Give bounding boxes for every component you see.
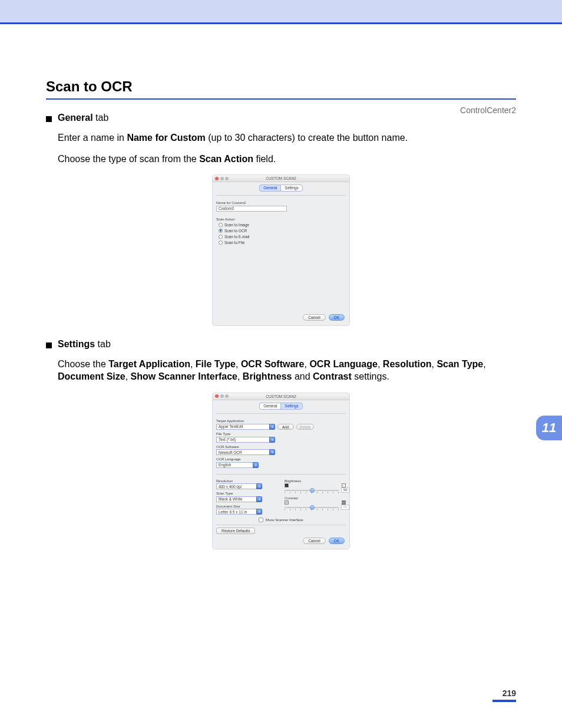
square-bullet-icon xyxy=(46,342,52,348)
tab-settings[interactable]: Settings xyxy=(280,185,303,192)
t: Name for Custom xyxy=(127,133,205,143)
dialog2-tabs: General Settings xyxy=(213,403,349,410)
cancel-button[interactable]: Cancel xyxy=(303,314,325,321)
target-app-label: Target Application xyxy=(216,419,346,423)
t: Choose the xyxy=(58,359,108,369)
minimize-icon[interactable] xyxy=(220,177,224,180)
scan-type-label: Scan Type xyxy=(216,492,277,495)
brightness-value: 50 xyxy=(341,487,349,493)
document-size-select[interactable]: Letter 8.5 x 11 in▾ xyxy=(216,509,262,515)
checkbox-icon xyxy=(259,518,263,522)
t: 400 x 400 dpi xyxy=(219,485,242,489)
resolution-select[interactable]: 400 x 400 dpi▾ xyxy=(216,483,262,489)
chevron-updown-icon: ▾ xyxy=(269,449,275,455)
section-title: Scan to OCR xyxy=(46,78,516,95)
scan-action-label: Scan Action xyxy=(216,218,346,221)
close-icon[interactable] xyxy=(215,177,219,180)
document-size-label: Document Size xyxy=(216,505,277,508)
contrast-slider[interactable]: 50 xyxy=(285,505,339,510)
ocr-language-select[interactable]: English▾ xyxy=(216,462,259,468)
dialog2-titlebar: CUSTOM SCAN2 xyxy=(213,393,349,400)
contrast-label: Contrast xyxy=(285,496,346,500)
t: , xyxy=(125,371,131,381)
radio-scan-to-image[interactable]: Scan to Image xyxy=(219,223,346,227)
t: Show Scanner Interface xyxy=(131,371,237,381)
t: OCR Software xyxy=(241,359,305,369)
t: OCR Language xyxy=(309,359,378,369)
t: Scan to E-mail xyxy=(224,235,249,239)
t: Scan to File xyxy=(224,241,244,245)
t: Newsoft OCR xyxy=(219,450,242,454)
t: Contrast xyxy=(313,371,352,381)
t: Text (*.txt) xyxy=(219,437,236,442)
t: Enter a name in xyxy=(58,133,127,143)
tab-general[interactable]: General xyxy=(259,403,280,410)
scan-type-select[interactable]: Black & White▾ xyxy=(216,496,262,502)
close-icon[interactable] xyxy=(215,394,219,398)
restore-defaults-button[interactable]: Restore Defaults xyxy=(216,528,255,534)
dialog2-panel: Target Application Apple TextEdit▾ Add D… xyxy=(216,413,346,535)
tab-settings[interactable]: Settings xyxy=(280,403,303,410)
dialog2-footer: Cancel OK xyxy=(217,538,345,544)
target-app-select[interactable]: Apple TextEdit▾ xyxy=(216,424,275,430)
minimize-icon[interactable] xyxy=(220,394,224,398)
bullet-general-suffix: tab xyxy=(93,113,109,123)
dialog1-title: CUSTOM SCAN2 xyxy=(266,176,296,180)
show-scanner-label: Show Scanner Interface xyxy=(265,518,303,522)
brightness-slider[interactable]: 50 xyxy=(285,488,339,493)
t: , xyxy=(190,359,196,369)
t: File Type xyxy=(196,359,236,369)
top-bar xyxy=(0,0,562,22)
dialog1-panel: Name for Custom2 Custom2 Scan Action Sca… xyxy=(216,195,346,304)
section-title-rule xyxy=(46,98,516,100)
zoom-icon[interactable] xyxy=(225,177,229,180)
t: Scan to Image xyxy=(224,223,249,227)
radio-icon xyxy=(219,229,223,233)
dialog1-titlebar: CUSTOM SCAN2 xyxy=(213,175,349,182)
ok-button[interactable]: OK xyxy=(329,538,345,544)
brightness-label: Brightness xyxy=(285,479,346,483)
zoom-icon[interactable] xyxy=(225,394,229,398)
show-scanner-row[interactable]: Show Scanner Interface xyxy=(216,518,346,522)
add-button[interactable]: Add xyxy=(277,424,294,430)
name-for-custom-input[interactable]: Custom2 xyxy=(216,206,287,212)
radio-scan-to-email[interactable]: Scan to E-mail xyxy=(219,235,346,239)
header-product: ControlCenter2 xyxy=(460,106,516,115)
radio-scan-to-ocr[interactable]: Scan to OCR xyxy=(219,229,346,233)
chevron-updown-icon: ▾ xyxy=(256,496,262,502)
chevron-updown-icon: ▾ xyxy=(256,509,262,515)
bullet-general-text: General tab xyxy=(58,113,108,123)
chevron-updown-icon: ▾ xyxy=(253,462,259,468)
t: Scan Type xyxy=(437,359,483,369)
bullet-settings: Settings tab xyxy=(46,339,516,350)
square-bullet-icon xyxy=(46,116,52,122)
t: and xyxy=(292,371,313,381)
page-body: ControlCenter2 Scan to OCR General tab E… xyxy=(0,78,562,549)
top-rule xyxy=(0,22,562,24)
dialog1-tabs: General Settings xyxy=(213,185,349,192)
t: Letter 8.5 x 11 in xyxy=(219,510,247,514)
t: , xyxy=(483,359,485,369)
cancel-button[interactable]: Cancel xyxy=(303,538,325,544)
radio-scan-to-file[interactable]: Scan to File xyxy=(219,241,346,245)
bullet-general: General tab xyxy=(46,113,516,123)
t: Scan to OCR xyxy=(224,229,247,233)
bullet-settings-suffix: tab xyxy=(95,339,111,349)
resolution-label: Resolution xyxy=(216,479,277,483)
t: , xyxy=(237,371,243,381)
brightness-high-icon xyxy=(342,483,346,487)
t: settings. xyxy=(352,371,389,381)
delete-button[interactable]: Delete xyxy=(296,424,315,430)
tab-general[interactable]: General xyxy=(259,185,280,192)
ok-button[interactable]: OK xyxy=(329,314,345,321)
file-type-select[interactable]: Text (*.txt)▾ xyxy=(216,437,275,443)
ocr-software-select[interactable]: Newsoft OCR▾ xyxy=(216,449,275,455)
bullet-settings-bold: Settings xyxy=(58,339,95,349)
t: (up to 30 characters) to create the butt… xyxy=(206,133,408,143)
radio-icon xyxy=(219,223,223,227)
page-number-bar xyxy=(492,700,516,702)
traffic-lights xyxy=(215,177,229,180)
t: field. xyxy=(253,154,276,164)
dialog2-title: CUSTOM SCAN2 xyxy=(266,394,296,398)
contrast-high-icon xyxy=(342,500,346,505)
